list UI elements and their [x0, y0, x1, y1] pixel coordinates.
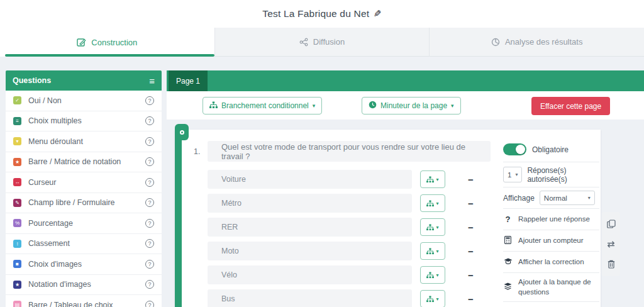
pie-chart-icon [491, 38, 500, 47]
answer-input[interactable]: Vélo [208, 265, 412, 284]
answer-input[interactable]: Moto [208, 242, 412, 260]
help-icon[interactable]: ? [145, 260, 154, 269]
display-label: Affichage [503, 194, 535, 203]
slider-icon: ↔ [13, 178, 21, 186]
question-types-sidebar: Questions ≡ ✓ Oui / Non ? ≡ Choix multip… [6, 70, 162, 307]
sidebar-item-pourcentage[interactable]: % Pourcentage ? [6, 213, 162, 234]
delete-page-button[interactable]: Effacer cette page [531, 97, 610, 115]
page-timer-button[interactable]: Minuteur de la page ▾ [362, 97, 461, 114]
free-text-icon: ✎ [13, 199, 21, 207]
sitemap-icon [426, 272, 434, 279]
main-tabs: Construction Diffusion Analyse des résul… [0, 28, 644, 57]
remove-answer-icon[interactable]: − [468, 222, 474, 233]
sidebar-item-classement[interactable]: ↕ Classement ? [6, 234, 162, 255]
sidebar-item-choix-multiples[interactable]: ≡ Choix multiples ? [6, 111, 162, 132]
help-icon[interactable]: ? [145, 178, 154, 187]
chevron-down-icon: ▾ [436, 296, 438, 302]
chevron-down-icon: ▾ [436, 177, 438, 182]
page-tab[interactable]: Page 1 [169, 70, 208, 91]
chevron-down-icon: ▾ [436, 225, 438, 230]
answer-row: Métro ▾ − [208, 194, 508, 213]
remove-answer-icon[interactable]: − [468, 198, 474, 209]
help-icon[interactable]: ? [145, 239, 154, 248]
answer-row: Voiture ▾ − [208, 170, 508, 189]
gear-icon [180, 130, 184, 135]
show-correction-action[interactable]: Afficher la correction [503, 252, 599, 273]
answer-input[interactable]: Bus [208, 289, 412, 307]
required-toggle[interactable] [503, 143, 526, 155]
tab-analyse-resultats[interactable]: Analyse des résultats [430, 28, 644, 57]
tab-label: Diffusion [313, 37, 345, 47]
sitemap-icon [426, 176, 434, 183]
answer-row: Moto ▾ − [208, 242, 508, 260]
allowed-count-select[interactable]: 1 ▾ [503, 167, 522, 182]
duplicate-question-button[interactable] [602, 214, 620, 234]
sitemap-icon [209, 101, 218, 111]
sidebar-item-notation-images[interactable]: ★ Notation d'images ? [6, 275, 162, 296]
copy-icon [607, 220, 616, 228]
help-icon[interactable]: ? [145, 219, 154, 228]
answer-branching-button[interactable]: ▾ [420, 266, 445, 284]
sidebar-item-champ-libre[interactable]: ✎ Champ libre / Formulaire ? [6, 193, 162, 214]
required-label: Obligatoire [532, 145, 569, 154]
swap-question-button[interactable] [602, 234, 620, 254]
delete-question-button[interactable] [602, 254, 620, 274]
ranking-icon: ↕ [13, 240, 21, 248]
sidebar-item-curseur[interactable]: ↔ Curseur ? [6, 172, 162, 193]
menu-icon[interactable]: ≡ [149, 75, 155, 86]
question-text-input[interactable]: Quel est votre mode de transport pour vo… [208, 141, 491, 162]
question-options-panel: Obligatoire 1 ▾ Réponse(s) autorisée(s) … [503, 137, 599, 302]
sidebar-item-menu-deroulant[interactable]: ▾ Menu déroulant ? [6, 131, 162, 152]
remove-answer-icon[interactable]: − [468, 294, 474, 304]
chevron-down-icon: ▾ [515, 172, 518, 177]
answer-input[interactable]: Voiture [208, 170, 412, 189]
display-mode-select[interactable]: Normal ▾ [540, 191, 595, 205]
remove-answer-icon[interactable]: − [468, 174, 474, 185]
answer-branching-button[interactable]: ▾ [420, 170, 445, 188]
help-icon[interactable]: ? [145, 301, 154, 307]
conditional-branching-button[interactable]: Branchement conditionnel ▾ [203, 97, 322, 114]
share-nodes-icon [299, 38, 308, 47]
recall-answer-action[interactable]: ? Rappeler une réponse [503, 209, 599, 230]
tab-label: Construction [91, 38, 137, 47]
clock-icon [369, 101, 377, 111]
answer-branching-button[interactable]: ▾ [420, 218, 445, 236]
chevron-down-icon: ▾ [436, 272, 438, 278]
edit-title-icon[interactable]: ✎ [374, 8, 382, 20]
sitemap-icon [426, 296, 434, 303]
swap-arrows-icon [606, 240, 616, 248]
dropdown-icon: ▾ [13, 137, 21, 145]
answer-branching-button[interactable]: ▾ [420, 242, 445, 260]
add-counter-action[interactable]: Ajouter un compteur [503, 230, 599, 252]
survey-title: Test La Fabrique du Net [262, 8, 369, 20]
page-toolbar: Branchement conditionnel ▾ Minuteur de l… [167, 91, 644, 120]
answer-input[interactable]: Métro [208, 194, 412, 213]
add-to-question-bank-action[interactable]: Ajouter à la banque de questions [503, 273, 599, 302]
question-card: 1. Quel est votre mode de transport pour… [175, 130, 601, 307]
remove-answer-icon[interactable]: − [468, 270, 474, 281]
help-icon[interactable]: ? [145, 280, 154, 289]
sidebar-item-barre-tableau[interactable]: ▤ Barre / Tableau de choix ? [6, 295, 162, 307]
help-icon[interactable]: ? [145, 96, 154, 105]
sidebar-title: Questions [13, 76, 51, 85]
question-settings-tab[interactable] [175, 124, 189, 140]
answer-branching-button[interactable]: ▾ [420, 290, 445, 307]
image-choice-icon: ■ [13, 260, 21, 268]
answer-input[interactable]: RER [208, 218, 412, 237]
sidebar-header: Questions ≡ [6, 70, 162, 91]
answer-branching-button[interactable]: ▾ [420, 194, 445, 212]
remove-answer-icon[interactable]: − [468, 246, 474, 257]
rating-matrix-icon: ★ [13, 158, 21, 166]
yes-no-icon: ✓ [13, 96, 21, 104]
active-tab-underline [5, 54, 214, 57]
sidebar-item-oui-non[interactable]: ✓ Oui / Non ? [6, 91, 162, 111]
help-icon[interactable]: ? [145, 116, 154, 125]
tab-diffusion[interactable]: Diffusion [215, 28, 430, 57]
sitemap-icon [426, 224, 434, 231]
help-icon[interactable]: ? [145, 157, 154, 166]
help-icon[interactable]: ? [145, 198, 154, 207]
sidebar-item-choix-images[interactable]: ■ Choix d'images ? [6, 254, 162, 275]
help-icon[interactable]: ? [145, 137, 154, 146]
sidebar-item-barre-matrice[interactable]: ★ Barre / Matrice de notation ? [6, 152, 162, 173]
tab-construction[interactable]: Construction [0, 28, 215, 57]
